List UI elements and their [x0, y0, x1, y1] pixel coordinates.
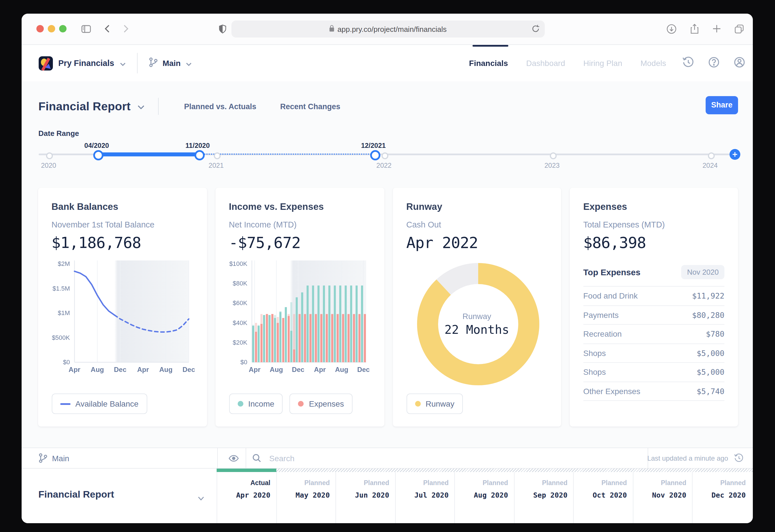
- table-column-header[interactable]: PlannedSep 2020: [514, 469, 573, 523]
- tab-dashboard[interactable]: Dashboard: [517, 59, 574, 68]
- table-column-header[interactable]: PlannedJun 2020: [335, 469, 395, 523]
- new-tab-icon[interactable]: [712, 25, 721, 33]
- svg-text:$80K: $80K: [232, 280, 247, 287]
- history-icon[interactable]: [734, 453, 743, 463]
- branch-name: Main: [52, 454, 69, 463]
- divider: [217, 448, 217, 468]
- workspace-name: Pry Financials: [58, 59, 114, 68]
- column-month: Jun 2020: [336, 491, 389, 499]
- app-header: Pry Financials Main Financials Dashboard…: [21, 45, 753, 82]
- card-bank-balances: Bank Balances November 1st Total Balance…: [38, 188, 207, 427]
- branch-indicator[interactable]: Main: [38, 453, 69, 463]
- tab-recent-changes[interactable]: Recent Changes: [268, 102, 352, 111]
- selected-range-segment[interactable]: [97, 152, 198, 156]
- svg-text:Apr: Apr: [248, 366, 260, 373]
- table-toolbar: Main Last updated a minute ago: [21, 448, 753, 469]
- search-box[interactable]: [252, 448, 441, 468]
- range-handle[interactable]: [93, 150, 103, 160]
- table-column-header[interactable]: ActualApr 2020: [217, 469, 276, 523]
- column-month: Apr 2020: [217, 491, 270, 499]
- date-range-slider[interactable]: 2020202120222023202404/202011/202012/202…: [38, 138, 740, 177]
- zoom-window-button[interactable]: [59, 25, 66, 33]
- column-type: Planned: [574, 479, 627, 486]
- column-month: Dec 2020: [693, 491, 746, 499]
- expense-row: Shops$5,000: [583, 362, 725, 381]
- card-title: Runway: [406, 201, 548, 212]
- table-column-header[interactable]: PlannedMay 2020: [276, 469, 335, 523]
- table-column-header[interactable]: PlannedNov 2020: [633, 469, 692, 523]
- range-handle[interactable]: [194, 150, 204, 160]
- legend-item[interactable]: Runway: [406, 394, 463, 414]
- page-title[interactable]: Financial Report: [38, 99, 130, 113]
- table-name[interactable]: Financial Report: [38, 489, 114, 500]
- window-controls: [36, 25, 66, 33]
- runway-donut-chart: Runway 22 Months: [406, 256, 548, 392]
- legend-item[interactable]: Expenses: [290, 394, 352, 414]
- year-tick: [550, 152, 557, 159]
- slider-track[interactable]: 2020202120222023202404/202011/202012/202…: [38, 153, 730, 155]
- top-expenses-heading: Top Expenses: [583, 267, 641, 277]
- chevron-down-icon[interactable]: [198, 493, 204, 503]
- tab-planned-vs-actuals[interactable]: Planned vs. Actuals: [172, 102, 268, 111]
- svg-text:Dec: Dec: [182, 366, 195, 373]
- table-column-header[interactable]: PlannedJul 2020: [395, 469, 454, 523]
- history-icon[interactable]: [675, 56, 701, 70]
- account-icon[interactable]: [726, 56, 753, 70]
- report-bar: Financial Report Planned vs. Actuals Rec…: [21, 88, 753, 125]
- donut-center-value: 22 Months: [445, 323, 509, 337]
- share-icon[interactable]: [690, 24, 699, 34]
- column-month: Nov 2020: [633, 491, 686, 499]
- back-button[interactable]: [104, 25, 109, 33]
- browser-toolbar: app.pry.co/project/main/financials: [21, 14, 753, 45]
- branch-switcher[interactable]: Main: [149, 57, 192, 69]
- tab-financials[interactable]: Financials: [460, 59, 517, 68]
- card-income-expenses: Income vs. Expenses Net Income (MTD) -$7…: [215, 188, 384, 427]
- planned-bar: [276, 469, 753, 472]
- expense-amount: $80,280: [692, 311, 724, 320]
- legend-swatch: [415, 401, 421, 407]
- legend-item[interactable]: Available Balance: [51, 394, 147, 414]
- chevron-down-icon[interactable]: [137, 101, 144, 111]
- tab-hiring-plan[interactable]: Hiring Plan: [574, 59, 631, 68]
- expense-row: Shops$5,000: [583, 343, 725, 362]
- column-type: Planned: [396, 479, 449, 486]
- year-label: 2020: [41, 161, 56, 169]
- last-updated-text: Last updated a minute ago: [647, 454, 728, 462]
- visibility-icon[interactable]: [221, 448, 245, 468]
- income-expenses-chart: $100K$80K$60K$40K$20K$0AprAugDecAprAugDe…: [229, 260, 370, 375]
- help-icon[interactable]: [701, 56, 726, 70]
- downloads-icon[interactable]: [666, 24, 676, 34]
- table-column-header[interactable]: PlannedOct 2020: [573, 469, 633, 523]
- workspace-switcher[interactable]: Pry Financials: [38, 56, 126, 70]
- range-handle[interactable]: [370, 150, 380, 160]
- legend-label: Available Balance: [75, 399, 138, 408]
- forward-button[interactable]: [123, 25, 128, 33]
- svg-text:Aug: Aug: [90, 366, 104, 373]
- address-bar[interactable]: app.pry.co/project/main/financials: [231, 20, 545, 38]
- close-window-button[interactable]: [36, 25, 43, 33]
- pry-logo-icon: [38, 56, 53, 70]
- tab-models[interactable]: Models: [631, 59, 675, 68]
- column-month: Oct 2020: [574, 491, 627, 499]
- svg-text:$0: $0: [240, 359, 247, 366]
- table-column-header[interactable]: PlannedAug 2020: [454, 469, 514, 523]
- privacy-shield-icon[interactable]: [219, 24, 226, 34]
- column-type: Planned: [514, 479, 568, 486]
- expense-row: Food and Drink$11,922: [583, 286, 725, 305]
- tab-overview-icon[interactable]: [734, 24, 743, 34]
- sidebar-toggle-icon[interactable]: [81, 25, 91, 33]
- reload-icon[interactable]: [531, 24, 539, 33]
- share-button[interactable]: Share: [706, 96, 738, 114]
- minimize-window-button[interactable]: [47, 25, 55, 33]
- expense-row: Other Expenses$5,740: [583, 381, 725, 401]
- forecast-range-segment[interactable]: [198, 153, 373, 154]
- card-value: Apr 2022: [406, 234, 548, 251]
- add-range-button[interactable]: [729, 149, 740, 160]
- search-input[interactable]: [268, 453, 441, 463]
- expense-row: Payments$80,280: [583, 305, 725, 324]
- table-column-header[interactable]: PlannedDec 2020: [692, 469, 751, 523]
- chevron-down-icon: [186, 58, 191, 68]
- legend-item[interactable]: Income: [229, 394, 283, 414]
- divider: [137, 53, 138, 73]
- expense-amount: $5,000: [697, 349, 724, 358]
